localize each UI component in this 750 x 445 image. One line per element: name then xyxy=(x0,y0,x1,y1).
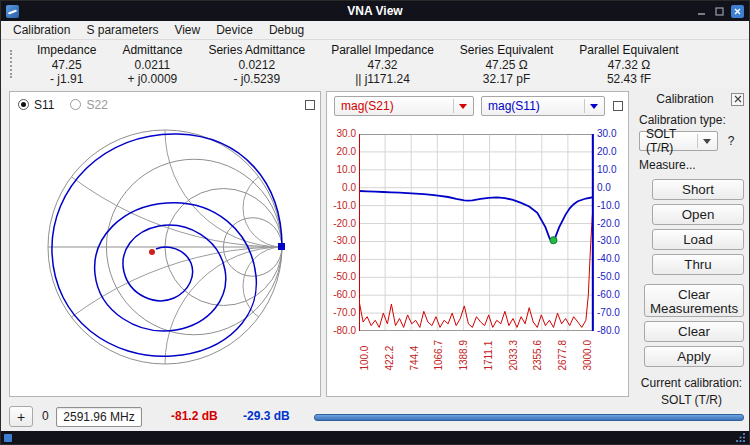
y-tick-label: 20.0 xyxy=(597,146,616,158)
readout-group: Admittance 0.0211 + j0.0009 xyxy=(109,43,195,86)
trace1-select[interactable]: mag(S21) xyxy=(334,96,474,116)
marker-s11-value: -29.3 dB xyxy=(243,401,290,432)
resize-grip-icon[interactable] xyxy=(736,431,746,445)
menu-item[interactable]: Calibration xyxy=(5,21,78,40)
marker-frequency-slider[interactable] xyxy=(314,414,744,421)
x-axis-labels: 100.0422.2744.41066.71388.91711.12033.32… xyxy=(359,340,594,371)
s22-radio-label: S22 xyxy=(86,98,107,112)
minimize-button[interactable] xyxy=(695,5,708,18)
calibration-type-value: SOLT (T/R) xyxy=(646,127,697,155)
s11-smith-trace xyxy=(52,134,282,356)
main-area: S11 S22 xyxy=(1,88,749,401)
readout-label: Impedance xyxy=(37,43,96,58)
graph-undock-icon[interactable] xyxy=(613,101,623,111)
s11-radio[interactable]: S11 xyxy=(18,98,54,112)
readout-value-1: 47.25 Ω xyxy=(460,58,553,72)
measure-label: Measure... xyxy=(639,158,744,172)
combo-separator xyxy=(453,99,454,113)
sidebar-title: Calibration xyxy=(639,92,731,106)
calibration-type-select[interactable]: SOLT (T/R) xyxy=(639,131,718,151)
x-tick-label: 1711.1 xyxy=(483,340,495,371)
y-tick-label: 10.0 xyxy=(337,164,356,176)
marker-frequency-field[interactable]: 2591.96 MHz xyxy=(56,407,142,427)
plot-background xyxy=(359,134,594,331)
readout-value-2: - j1.91 xyxy=(37,72,96,86)
y-tick-label: -60.0 xyxy=(333,289,356,301)
trace2-select-value: mag(S11) xyxy=(488,99,540,113)
y-axis-left-labels: 30.020.010.00.0-10.0-20.0-30.0-40.0-50.0… xyxy=(327,128,359,337)
readout-value-2: || j1171.24 xyxy=(331,72,434,86)
clear-measurements-button[interactable]: Clear Measurements xyxy=(644,284,744,317)
close-button[interactable] xyxy=(731,5,744,18)
s11-radio-circle[interactable] xyxy=(18,99,29,110)
vna-view-window: VNA View Calibration S parameters View D… xyxy=(0,0,750,445)
measure-button[interactable]: Load xyxy=(652,229,744,250)
magnitude-plot[interactable] xyxy=(359,134,594,331)
x-tick-label: 2033.3 xyxy=(508,340,520,371)
y-tick-label: -80.0 xyxy=(597,325,620,337)
readout-group: Series Equivalent 47.25 Ω 32.17 pF xyxy=(447,43,566,86)
readout-group: Impedance 47.25 - j1.91 xyxy=(24,43,109,86)
readout-group: Series Admittance 0.0212 - j0.5239 xyxy=(195,43,318,86)
s22-radio-circle[interactable] xyxy=(70,99,81,110)
s11-radio-label: S11 xyxy=(34,98,54,112)
readout-toolbar: Impedance 47.25 - j1.91 Admittance 0.021… xyxy=(1,40,749,88)
readout-label: Parallel Equivalent xyxy=(579,43,678,58)
readout-label: Series Equivalent xyxy=(460,43,553,58)
title-bar[interactable]: VNA View xyxy=(1,1,749,21)
toolbar-drag-handle[interactable] xyxy=(10,50,14,78)
chevron-down-icon xyxy=(459,104,467,109)
readout-value-2: + j0.0009 xyxy=(122,72,182,86)
readout-value-2: 32.17 pF xyxy=(460,72,553,86)
readout-group: Parallel Equivalent 47.32 Ω 52.43 fF xyxy=(566,43,691,86)
calibration-type-label: Calibration type: xyxy=(639,113,744,127)
y-tick-label: 0.0 xyxy=(597,182,611,194)
readout-value-2: 52.43 fF xyxy=(579,72,678,86)
y-tick-label: -40.0 xyxy=(597,253,620,265)
readout-value-1: 0.0212 xyxy=(208,58,305,72)
marker-s21-value: -81.2 dB xyxy=(171,401,218,432)
y-tick-label: -70.0 xyxy=(597,307,620,319)
trace2-select[interactable]: mag(S11) xyxy=(481,96,605,116)
combo-separator xyxy=(584,99,585,113)
menu-item[interactable]: View xyxy=(166,21,208,40)
help-button[interactable]: ? xyxy=(723,133,739,149)
y-tick-label: -40.0 xyxy=(333,253,356,265)
x-tick-label: 422.2 xyxy=(384,340,396,371)
measure-button[interactable]: Short xyxy=(652,179,744,200)
s22-radio[interactable]: S22 xyxy=(70,98,107,112)
clear-button[interactable]: Clear xyxy=(644,321,744,342)
status-bar xyxy=(1,431,749,444)
graph-panel: mag(S21) mag(S11) 30.020.010.00.0-10.0-2… xyxy=(326,91,629,397)
apply-button[interactable]: Apply xyxy=(644,346,744,367)
y-tick-label: 20.0 xyxy=(337,146,356,158)
readout-label: Parallel Impedance xyxy=(331,43,434,58)
add-marker-button[interactable]: + xyxy=(9,406,33,427)
marker-bar: + 0 2591.96 MHz -81.2 dB -29.3 dB xyxy=(1,401,749,433)
chevron-down-icon xyxy=(590,104,598,109)
measure-button[interactable]: Thru xyxy=(652,254,744,275)
measure-button[interactable]: Open xyxy=(652,204,744,225)
menu-item[interactable]: Device xyxy=(208,21,261,40)
y-tick-label: -10.0 xyxy=(597,200,620,212)
menu-item[interactable]: S parameters xyxy=(78,21,166,40)
readout-value-1: 47.25 xyxy=(37,58,96,72)
y-axis-right-labels: 30.020.010.00.0-10.0-20.0-30.0-40.0-50.0… xyxy=(594,128,626,337)
readout-group: Parallel Impedance 47.32 || j1171.24 xyxy=(318,43,447,86)
y-tick-label: -80.0 xyxy=(333,325,356,337)
readout-value-1: 47.32 Ω xyxy=(579,58,678,72)
smith-chart[interactable] xyxy=(10,114,320,394)
marker-dot[interactable] xyxy=(550,237,557,244)
maximize-button[interactable] xyxy=(713,5,726,18)
y-tick-label: -10.0 xyxy=(333,200,356,212)
current-calibration-label: Current calibration: xyxy=(639,376,744,390)
x-tick-label: 744.4 xyxy=(409,340,421,371)
y-tick-label: -60.0 xyxy=(597,289,620,301)
smith-undock-icon[interactable] xyxy=(305,100,315,110)
y-tick-label: 0.0 xyxy=(342,182,356,194)
readout-value-1: 0.0211 xyxy=(122,58,182,72)
readout-label: Admittance xyxy=(122,43,182,58)
sidebar-close-icon[interactable] xyxy=(731,93,744,106)
menu-item[interactable]: Debug xyxy=(261,21,312,40)
device-status-icon xyxy=(4,434,12,442)
